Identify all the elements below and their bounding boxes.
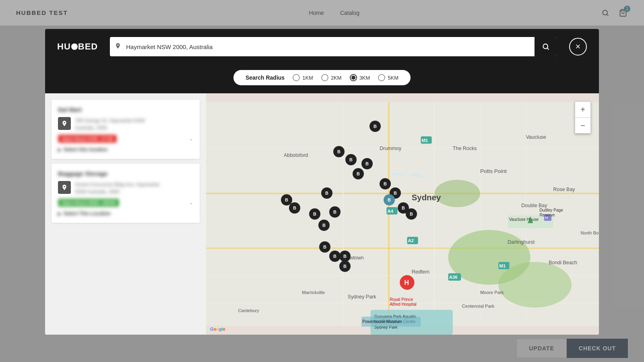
location-detail-1: Grand Concourse Bldg Ave, HaymarketNSW A…	[58, 181, 193, 195]
svg-text:A36: A36	[449, 275, 458, 280]
close-button[interactable]: ×	[569, 38, 587, 56]
radius-option-2km[interactable]: 2KM	[321, 74, 342, 81]
svg-text:H: H	[405, 279, 409, 286]
modal-header: HUBED ×	[45, 29, 599, 64]
svg-text:Rose Bay: Rose Bay	[553, 187, 576, 192]
radius-text-5km: 5KM	[388, 75, 398, 81]
location-address-0: 789 George St, Haymarket NSWAustralia, 2…	[75, 117, 145, 132]
radio-3km[interactable]	[350, 74, 357, 81]
radius-text-3km: 3KM	[359, 75, 370, 81]
svg-text:Sydney Park: Sydney Park	[348, 294, 376, 300]
svg-text:Cantebury: Cantebury	[238, 308, 259, 313]
search-button[interactable]	[535, 37, 557, 56]
store-icon-1	[58, 181, 71, 194]
location-card-0: Dal Mart 789 George St, Haymarket NSWAus…	[52, 100, 200, 159]
hours-badge-0: Open Hours 9:00 - 17:30	[58, 135, 117, 143]
svg-text:Moore Park: Moore Park	[480, 290, 504, 295]
radius-text-2km: 2KM	[331, 75, 342, 81]
radius-bar: Search Radius 1KM 2KM 3KM 5KM	[45, 64, 599, 93]
svg-text:Abbotsford: Abbotsford	[284, 152, 308, 158]
svg-text:Alfred Hospital: Alfred Hospital	[390, 302, 416, 306]
zoom-controls: + −	[575, 101, 591, 134]
svg-text:Vaucluse: Vaucluse	[526, 134, 546, 140]
location-hours-row-0: Open Hours 9:00 - 17:30 ⌄	[58, 135, 193, 143]
svg-text:Royal Prince: Royal Prince	[390, 297, 413, 302]
svg-text:Bondi Beach: Bondi Beach	[549, 260, 577, 265]
radius-option-1km[interactable]: 1KM	[293, 74, 313, 81]
select-location-btn-0[interactable]: ▶ Select this location	[58, 147, 193, 152]
radio-2km[interactable]	[321, 74, 328, 81]
svg-text:Redfern: Redfern	[412, 269, 429, 275]
svg-text:Centennial Park: Centennial Park	[462, 304, 495, 309]
radius-container: Search Radius 1KM 2KM 3KM 5KM	[233, 70, 411, 85]
svg-text:The Rocks: The Rocks	[453, 146, 477, 151]
svg-point-17	[498, 262, 572, 307]
radio-5km[interactable]	[378, 74, 385, 81]
svg-text:Sydney: Sydney	[412, 193, 441, 202]
location-list: Dal Mart 789 George St, Haymarket NSWAus…	[45, 93, 206, 335]
map-container[interactable]: Sydney Potts Point Double Bay Rose Bay D…	[206, 93, 599, 335]
location-hours-row-1: Open Hours 6h00 - 20h00 ⌄	[58, 199, 193, 207]
radius-text-1km: 1KM	[302, 75, 313, 81]
svg-text:Newtown: Newtown	[343, 255, 363, 261]
svg-text:Vaucluse House: Vaucluse House	[509, 217, 539, 222]
svg-text:Marrickville: Marrickville	[302, 290, 325, 295]
radius-option-5km[interactable]: 5KM	[378, 74, 398, 81]
svg-text:Double Bay: Double Bay	[521, 203, 547, 208]
location-address-1: Grand Concourse Bldg Ave, HaymarketNSW A…	[75, 181, 159, 195]
radius-label: Search Radius	[246, 74, 285, 81]
modal-overlay: HUBED × Search Radius	[0, 0, 644, 362]
google-logo: Google	[210, 327, 225, 331]
search-input[interactable]	[126, 43, 535, 50]
svg-text:North Bondi: North Bondi	[581, 230, 599, 235]
location-card-1: Baggage Storage Grand Concourse Bldg Ave…	[52, 164, 200, 223]
location-icon	[110, 43, 126, 51]
expand-icon-0[interactable]: ⌄	[189, 136, 193, 142]
svg-text:Powerhouse Museum: Powerhouse Museum	[362, 319, 402, 324]
svg-text:M1: M1	[500, 263, 506, 268]
zoom-out-button[interactable]: −	[575, 117, 591, 134]
svg-text:A4: A4	[388, 209, 394, 214]
location-name-1: Baggage Storage	[58, 170, 193, 177]
svg-text:Darlinghurst: Darlinghurst	[508, 239, 535, 245]
svg-text:Drummoy: Drummoy	[380, 146, 402, 151]
svg-text:A2: A2	[408, 238, 414, 243]
svg-text:Dudley Page: Dudley Page	[539, 208, 563, 212]
svg-point-3	[543, 44, 548, 49]
svg-point-18	[434, 180, 480, 207]
zoom-in-button[interactable]: +	[575, 101, 591, 117]
modal-logo: HUBED	[57, 41, 98, 52]
search-bar	[110, 37, 557, 56]
location-name-0: Dal Mart	[58, 106, 193, 113]
radio-1km[interactable]	[293, 74, 300, 81]
store-icon-0	[58, 117, 71, 130]
svg-text:M1: M1	[422, 138, 428, 143]
modal: HUBED × Search Radius	[45, 29, 599, 335]
radius-option-3km[interactable]: 3KM	[350, 74, 370, 81]
svg-text:Reserve: Reserve	[539, 213, 555, 217]
location-detail-0: 789 George St, Haymarket NSWAustralia, 2…	[58, 117, 193, 132]
hours-badge-1: Open Hours 6h00 - 20h00	[58, 199, 119, 207]
svg-text:Potts Point: Potts Point	[480, 168, 507, 174]
svg-line-4	[547, 48, 549, 50]
select-location-btn-1[interactable]: ▶ Select This Location	[58, 211, 193, 216]
map-area: Dal Mart 789 George St, Haymarket NSWAus…	[45, 93, 599, 335]
expand-icon-1[interactable]: ⌄	[189, 200, 193, 206]
